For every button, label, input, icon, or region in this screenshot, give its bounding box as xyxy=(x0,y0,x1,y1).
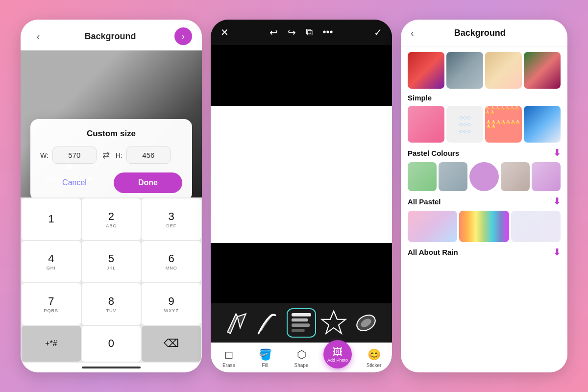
panel3-title: Background xyxy=(454,28,506,38)
photo-desert[interactable] xyxy=(485,52,522,89)
simple-grid: ◇◇◇◇◇◇◇◇◇ 🍌🍌🍌🍌🍌🍌🍌🍌🍌 xyxy=(408,106,561,143)
svg-rect-0 xyxy=(292,313,311,317)
simple-label: Simple xyxy=(408,94,432,102)
photo-flower[interactable] xyxy=(524,52,561,89)
panel3-back-button[interactable]: ‹ xyxy=(411,27,414,39)
cancel-button[interactable]: Cancel xyxy=(40,172,109,193)
panel1-title: Background xyxy=(84,31,136,42)
rain-download-icon[interactable]: ⬇ xyxy=(553,247,561,258)
back-button[interactable]: ‹ xyxy=(30,28,46,44)
simple-thumb-4[interactable] xyxy=(524,106,561,143)
allpastel-thumb-3[interactable] xyxy=(511,211,561,242)
key-7[interactable]: 7PQRS xyxy=(22,283,81,325)
brush-toolbar xyxy=(211,303,392,343)
shape-tool[interactable]: ⬡ Shape xyxy=(283,343,319,372)
pastel-download-icon[interactable]: ⬇ xyxy=(553,147,561,158)
canvas-area[interactable] xyxy=(211,45,392,303)
allpastel-label: All Pastel xyxy=(408,197,441,206)
add-photo-icon: 🖼 xyxy=(333,346,343,358)
brush-3[interactable] xyxy=(287,308,316,338)
key-0[interactable]: 0 xyxy=(82,326,141,362)
rain-section-title: All About Rain ⬇ xyxy=(408,247,561,258)
svg-rect-2 xyxy=(292,323,310,327)
shape-label: Shape xyxy=(294,363,309,368)
add-photo-button[interactable]: 🖼 Add Photo xyxy=(323,340,352,368)
dialog-inputs: W: ⇄ H: xyxy=(40,147,182,164)
brush-4[interactable] xyxy=(319,308,348,338)
pastel-section-title: Pastel Colours ⬇ xyxy=(408,147,561,158)
key-6[interactable]: 6MNO xyxy=(142,241,201,283)
undo-icon[interactable]: ↩ xyxy=(270,26,278,38)
photo-red-tree[interactable] xyxy=(408,52,444,89)
key-9[interactable]: 9WXYZ xyxy=(142,283,201,325)
drawing-canvas[interactable] xyxy=(211,106,392,243)
svg-rect-1 xyxy=(292,318,308,322)
preview-area: Custom size W: ⇄ H: Cancel Done ▲ Draw o… xyxy=(21,50,202,197)
shape-icon: ⬡ xyxy=(297,348,306,361)
key-4[interactable]: 4GHI xyxy=(22,241,81,283)
photo-ocean[interactable] xyxy=(446,52,483,89)
fill-label: Fill xyxy=(262,363,269,368)
panel1-header: ‹ Background › xyxy=(21,20,202,50)
add-photo-tool[interactable]: 🖼 Add Photo xyxy=(319,343,356,372)
key-1[interactable]: 1 xyxy=(22,198,81,240)
simple-section-title: Simple xyxy=(408,94,561,102)
sticker-label: Sticker xyxy=(367,363,382,368)
height-input[interactable] xyxy=(126,147,171,164)
brush-5-icon xyxy=(351,308,381,338)
pastel-thumb-3[interactable] xyxy=(469,162,498,191)
key-5[interactable]: 5JKL xyxy=(82,241,141,283)
allpastel-thumb-1[interactable] xyxy=(408,211,457,242)
allpastel-thumb-2[interactable] xyxy=(459,211,509,242)
erase-label: Erase xyxy=(222,363,235,368)
key-3[interactable]: 3DEF xyxy=(142,198,201,240)
simple-thumb-2[interactable]: ◇◇◇◇◇◇◇◇◇ xyxy=(446,106,483,143)
key-2[interactable]: 2ABC xyxy=(82,198,141,240)
allpastel-section-title: All Pastel ⬇ xyxy=(408,196,561,207)
pastel-label: Pastel Colours xyxy=(408,149,459,157)
confirm-icon[interactable]: ✓ xyxy=(374,26,382,38)
brush-2-icon xyxy=(254,308,284,338)
panel-custom-size: ‹ Background › Custom size W: ⇄ H: Cance… xyxy=(21,20,202,372)
panel3-header: ‹ Background xyxy=(401,20,567,47)
fill-icon: 🪣 xyxy=(259,348,272,361)
panel-background: ‹ Background Simple ◇◇◇◇◇◇◇◇◇ 🍌🍌🍌🍌🍌🍌🍌🍌🍌 xyxy=(401,20,567,372)
add-photo-label: Add Photo xyxy=(327,358,348,363)
swap-icon[interactable]: ⇄ xyxy=(100,150,112,161)
next-button[interactable]: › xyxy=(174,27,192,45)
key-symbols[interactable]: +*# xyxy=(22,326,81,362)
simple-thumb-1[interactable] xyxy=(408,106,444,143)
brush-3-icon xyxy=(288,309,315,337)
brush-2[interactable] xyxy=(254,308,284,338)
done-button[interactable]: Done xyxy=(114,172,182,193)
allpastel-download-icon[interactable]: ⬇ xyxy=(553,196,561,207)
svg-rect-3 xyxy=(292,329,305,332)
svg-marker-4 xyxy=(322,311,346,334)
layers-icon[interactable]: ⧉ xyxy=(306,26,313,38)
width-label: W: xyxy=(40,151,49,159)
dialog-title: Custom size xyxy=(40,129,182,139)
pastel-thumb-4[interactable] xyxy=(501,162,530,191)
height-label: H: xyxy=(116,151,122,159)
redo-icon[interactable]: ↪ xyxy=(288,26,296,38)
custom-size-dialog: Custom size W: ⇄ H: Cancel Done xyxy=(30,119,192,197)
pastel-thumb-5[interactable] xyxy=(532,162,561,191)
key-backspace[interactable]: ⌫ xyxy=(142,326,201,362)
close-icon[interactable]: ✕ xyxy=(220,26,229,38)
fill-tool[interactable]: 🪣 Fill xyxy=(247,343,283,372)
simple-thumb-3[interactable]: 🍌🍌🍌🍌🍌🍌🍌🍌🍌 xyxy=(485,106,522,143)
pastel-thumb-2[interactable] xyxy=(439,162,467,191)
sticker-tool[interactable]: 😊 Sticker xyxy=(356,343,392,372)
dialog-buttons: Cancel Done xyxy=(40,172,182,193)
undo-redo-group: ↩ ↪ ⧉ ••• xyxy=(270,26,333,38)
key-8[interactable]: 8TUV xyxy=(82,283,141,325)
pastel-grid xyxy=(408,162,561,191)
more-icon[interactable]: ••• xyxy=(322,26,333,38)
erase-tool[interactable]: ◻ Erase xyxy=(211,343,247,372)
brush-5[interactable] xyxy=(351,308,381,338)
allpastel-grid xyxy=(408,211,561,242)
width-input[interactable] xyxy=(52,147,97,164)
brush-1[interactable] xyxy=(222,308,251,338)
panel-drawing: ✕ ↩ ↪ ⧉ ••• ✓ xyxy=(211,20,392,372)
pastel-thumb-1[interactable] xyxy=(408,162,437,191)
